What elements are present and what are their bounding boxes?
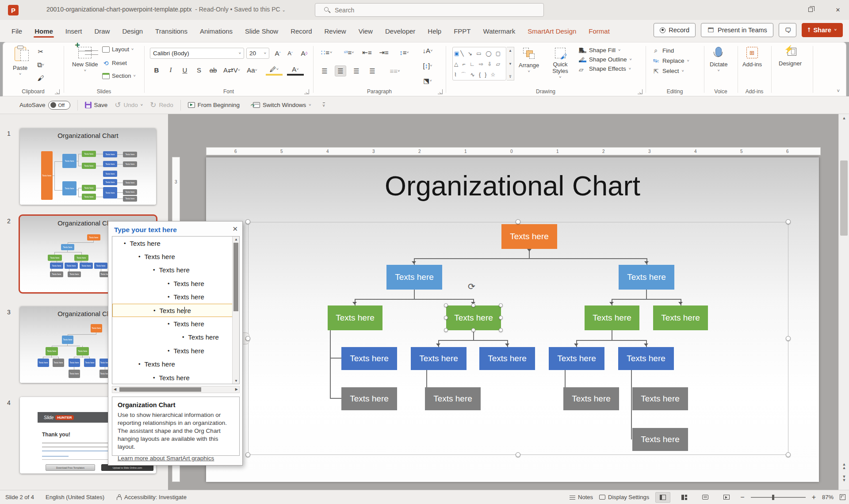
slide-editing-surface[interactable]: Organizational Chart › ⟳ Texts hereTexts… <box>206 157 819 482</box>
shapes-gallery[interactable]: ▣╲ ↘ ▭ ◯ ▢△ ⌐ ∟ ⇨ ⇩ ▱⌇ ⌒ ∿ { } ☆ <box>452 47 506 80</box>
layout-button[interactable]: Layout˅ <box>102 46 134 53</box>
org-node-n4c[interactable]: Texts here <box>479 347 535 370</box>
clear-formatting-button[interactable]: A◊ <box>298 48 310 59</box>
close-window-button[interactable]: ✕ <box>833 5 843 14</box>
text-pane-vertical-scrollbar[interactable]: ▲▼ <box>232 237 239 384</box>
highlight-color-button[interactable]: 🖉˅ <box>266 65 283 76</box>
justify-button[interactable]: ☰ <box>367 65 378 76</box>
org-node-n3d[interactable]: Texts here <box>653 305 708 330</box>
org-node-n3a[interactable]: Texts here <box>328 305 382 330</box>
text-pane-item[interactable]: •Texts here <box>112 317 239 330</box>
font-family-select[interactable]: Calibri (Body)˅ <box>150 48 244 59</box>
align-text-button[interactable]: [↕]˅ <box>419 60 436 71</box>
text-pane-item[interactable]: •Texts here <box>112 263 239 277</box>
scroll-left-icon[interactable]: ◀ <box>114 387 116 391</box>
align-left-button[interactable]: ☰ <box>319 65 330 76</box>
numbering-button[interactable]: ¹²³≡˅ <box>341 47 357 58</box>
tab-design[interactable]: Design <box>116 24 149 38</box>
v-scrollbar-thumb[interactable] <box>233 243 238 311</box>
org-node-n3c[interactable]: Texts here <box>585 305 639 330</box>
font-color-button[interactable]: A˅ <box>287 65 304 76</box>
smartart-frame-handle[interactable] <box>786 336 791 341</box>
text-pane-item[interactable]: •Texts here <box>112 331 239 344</box>
org-node-n4d[interactable]: Texts here <box>549 347 604 370</box>
text-pane-item[interactable]: •Texts here <box>112 237 239 250</box>
tab-transitions[interactable]: Transitions <box>149 24 194 38</box>
tab-smartart-design[interactable]: SmartArt Design <box>521 24 582 38</box>
tab-format[interactable]: Format <box>582 24 616 38</box>
line-spacing-button[interactable]: ↕≡˅ <box>396 47 413 58</box>
text-pane-close-button[interactable]: ✕ <box>232 225 238 233</box>
align-center-button[interactable]: ☰ <box>335 65 346 76</box>
tab-draw[interactable]: Draw <box>88 24 116 38</box>
slide-sorter-view-button[interactable] <box>677 492 692 503</box>
new-slide-button[interactable]: New Slide˅ <box>72 47 98 74</box>
save-button[interactable]: Save <box>85 102 108 108</box>
shape-selection-handle[interactable] <box>499 328 503 332</box>
tab-review[interactable]: Review <box>318 24 352 38</box>
scroll-right-icon[interactable]: ▶ <box>235 387 238 391</box>
org-node-n4a[interactable]: Texts here <box>341 347 397 370</box>
replace-button[interactable]: ⇆cReplace˅ <box>652 57 689 65</box>
previous-slide-button[interactable]: ▲▲ <box>839 462 849 470</box>
bullets-button[interactable]: ∷≡˅ <box>319 47 335 58</box>
org-node-n5e[interactable]: Texts here <box>632 428 688 451</box>
paragraph-dialog-launcher[interactable] <box>438 89 443 94</box>
slide-thumbnail-1[interactable]: Organizational Chart Texts hereTexts her… <box>20 128 156 205</box>
zoom-in-button[interactable]: + <box>812 493 816 501</box>
org-node-n4e[interactable]: Texts here <box>618 347 674 370</box>
comments-button[interactable]: 🗨 <box>779 23 796 37</box>
find-button[interactable]: ⌕Find <box>652 47 689 54</box>
search-input[interactable]: Search <box>315 3 544 17</box>
redo-button[interactable]: ↻Redo <box>150 100 173 110</box>
rotate-handle-icon[interactable]: ⟳ <box>468 281 475 292</box>
quick-styles-button[interactable]: 🖌 Quick Styles˅ <box>549 48 572 81</box>
zoom-slider-thumb[interactable] <box>772 495 774 500</box>
org-node-n4b[interactable]: Texts here <box>411 347 467 370</box>
share-button[interactable]: ⭡Share˅ <box>802 23 843 37</box>
bold-button[interactable]: B <box>151 65 162 76</box>
shape-selection-handle[interactable] <box>444 328 448 332</box>
drawing-dialog-launcher[interactable] <box>638 89 642 94</box>
paste-button[interactable]: Paste˅ <box>13 47 27 78</box>
scrollbar-thumb[interactable] <box>840 160 848 236</box>
org-node-n2b[interactable]: Texts here <box>619 265 674 290</box>
tab-help[interactable]: Help <box>421 24 447 38</box>
format-painter-button[interactable]: 🖌 <box>35 73 46 84</box>
text-pane-list[interactable]: •Texts here•Texts here•Texts here•Texts … <box>112 236 240 384</box>
text-direction-button[interactable]: ↓A˅ <box>419 45 436 56</box>
tab-slide-show[interactable]: Slide Show <box>239 24 284 38</box>
tab-insert[interactable]: Insert <box>59 24 88 38</box>
smartart-frame-handle[interactable] <box>786 219 791 224</box>
tab-animations[interactable]: Animations <box>194 24 239 38</box>
tab-record[interactable]: Record <box>284 24 318 38</box>
smartart-selection-frame[interactable] <box>248 222 788 455</box>
text-pane-item[interactable]: •Texts here <box>112 344 239 357</box>
text-pane-item[interactable]: •Texts here <box>112 290 239 304</box>
section-button[interactable]: Section˅ <box>102 73 136 79</box>
shape-outline-button[interactable]: 🖉Shape Outline˅ <box>579 56 632 63</box>
convert-to-smartart-button[interactable]: ⬔˅ <box>419 75 436 86</box>
underline-button[interactable]: U <box>179 65 191 76</box>
present-in-teams-button[interactable]: 🗔Present in Teams <box>701 23 773 37</box>
dictate-button[interactable]: Dictate˅ <box>710 47 727 74</box>
org-node-n2a[interactable]: Texts here <box>386 265 442 290</box>
smartart-frame-handle[interactable] <box>516 219 520 224</box>
autosave-toggle[interactable]: AutoSave Off <box>19 101 70 110</box>
zoom-slider[interactable] <box>751 497 806 498</box>
switch-windows-button[interactable]: Switch Windows˅ <box>253 102 311 108</box>
text-pane-item[interactable]: •Texts here <box>112 277 239 290</box>
decrease-font-size-button[interactable]: Aˇ <box>284 48 296 59</box>
tab-home[interactable]: Home <box>28 24 59 38</box>
record-button[interactable]: Record <box>654 23 696 37</box>
text-pane-item[interactable]: •Texts here <box>112 304 238 317</box>
decrease-indent-button[interactable]: ⇤≡ <box>361 47 373 58</box>
select-button[interactable]: ⇱Select˅ <box>652 67 689 75</box>
shape-selection-handle[interactable] <box>471 328 475 332</box>
scroll-down-icon[interactable]: ▼ <box>233 379 240 383</box>
canvas-vertical-scrollbar[interactable]: ▲ ▲▲ ▼▼ <box>838 114 849 490</box>
fit-to-window-button[interactable] <box>840 494 845 500</box>
next-slide-button[interactable]: ▼▼ <box>839 475 849 482</box>
org-node-n5a[interactable]: Texts here <box>341 387 397 410</box>
smartart-frame-handle[interactable] <box>245 219 250 224</box>
